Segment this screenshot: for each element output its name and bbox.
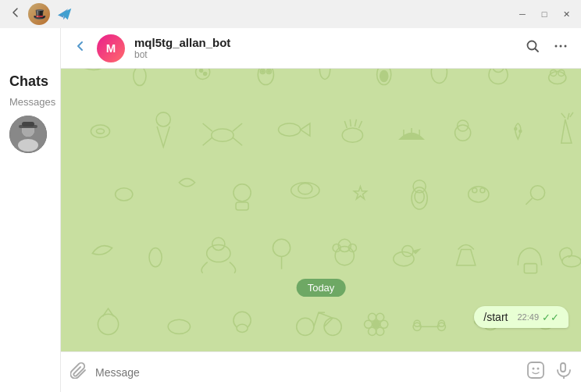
chat-panel: M mql5tg_allan_bot bot bbox=[61, 28, 581, 392]
message-read-icon: ✓✓ bbox=[542, 312, 559, 323]
avatar-image bbox=[9, 116, 47, 153]
svg-point-8 bbox=[560, 45, 562, 48]
svg-point-7 bbox=[555, 45, 558, 48]
telegram-icon: 🎩 bbox=[9, 3, 73, 25]
more-options-icon[interactable] bbox=[553, 38, 569, 58]
maximize-button[interactable] bbox=[539, 9, 550, 20]
svg-point-37 bbox=[519, 130, 522, 133]
svg-rect-5 bbox=[22, 122, 34, 127]
sidebar-header bbox=[0, 28, 60, 69]
svg-point-83 bbox=[533, 368, 535, 370]
microphone-icon[interactable] bbox=[554, 362, 572, 383]
title-bar-left: 🎩 bbox=[9, 3, 73, 25]
message-input[interactable] bbox=[95, 366, 519, 379]
chat-messages-area: Today /start 22:49 ✓✓ bbox=[61, 69, 581, 351]
chat-list-item[interactable] bbox=[9, 116, 47, 153]
attach-icon[interactable] bbox=[70, 362, 87, 383]
sidebar-chats-label: Chats bbox=[0, 69, 60, 93]
chat-status: bot bbox=[134, 49, 515, 60]
chat-header-avatar: M bbox=[97, 34, 125, 62]
message-bubble: /start 22:49 ✓✓ bbox=[474, 306, 569, 328]
svg-point-9 bbox=[565, 45, 567, 48]
svg-rect-82 bbox=[528, 362, 544, 378]
svg-point-19 bbox=[268, 70, 270, 73]
titlebar-back-icon[interactable] bbox=[9, 6, 22, 22]
svg-point-84 bbox=[537, 368, 540, 370]
app-avatar: 🎩 bbox=[28, 3, 50, 25]
message-text: /start bbox=[483, 311, 508, 323]
title-bar-controls bbox=[517, 9, 572, 20]
svg-point-13 bbox=[200, 69, 203, 72]
sticker-emoji-icon[interactable] bbox=[526, 361, 545, 383]
svg-point-14 bbox=[204, 72, 207, 75]
close-button[interactable] bbox=[561, 9, 572, 20]
date-label: Today bbox=[297, 279, 346, 297]
svg-point-21 bbox=[380, 70, 388, 81]
input-right-icons bbox=[526, 361, 572, 383]
svg-point-36 bbox=[515, 128, 517, 130]
sidebar: Chats Messages bbox=[0, 28, 61, 392]
chat-header-info: mql5tg_allan_bot bot bbox=[134, 36, 515, 60]
sidebar-messages-label: Messages bbox=[0, 93, 60, 111]
svg-point-29 bbox=[96, 129, 104, 134]
chat-header: M mql5tg_allan_bot bot bbox=[61, 28, 581, 69]
telegram-logo-icon bbox=[56, 5, 73, 23]
app-body: Chats Messages bbox=[0, 28, 581, 392]
svg-point-18 bbox=[262, 70, 264, 73]
svg-point-2 bbox=[18, 139, 38, 151]
chat-header-actions bbox=[525, 38, 569, 58]
svg-rect-85 bbox=[561, 363, 565, 372]
input-bar bbox=[61, 351, 581, 392]
chat-back-button[interactable] bbox=[73, 39, 87, 57]
message-meta: 22:49 ✓✓ bbox=[517, 312, 559, 323]
search-icon[interactable] bbox=[525, 38, 540, 58]
svg-point-6 bbox=[528, 41, 536, 50]
chat-name: mql5tg_allan_bot bbox=[134, 36, 515, 49]
minimize-button[interactable] bbox=[517, 9, 528, 20]
title-bar: 🎩 bbox=[0, 0, 581, 28]
message-time: 22:49 bbox=[517, 312, 539, 322]
svg-point-65 bbox=[237, 324, 248, 332]
